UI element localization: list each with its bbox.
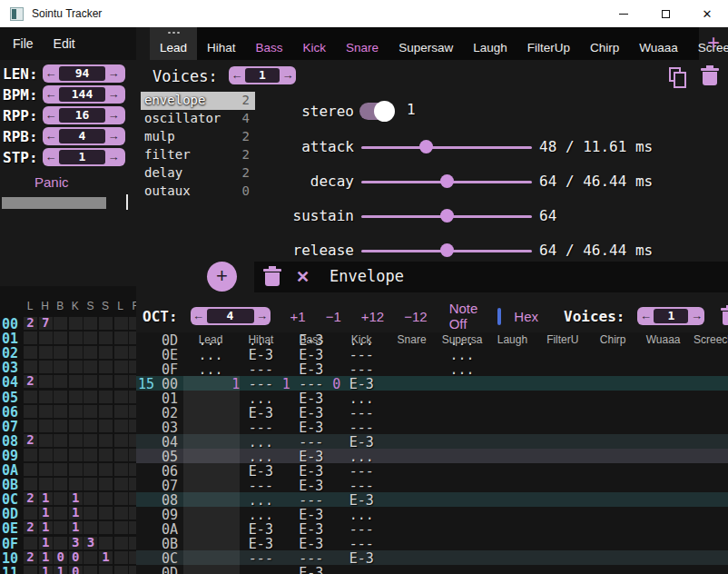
tab-wuaaa[interactable]: Wuaaa [629, 27, 688, 60]
song-param-value[interactable]: 16 [59, 108, 105, 123]
song-param-value[interactable]: 1 [59, 150, 105, 164]
order-cell[interactable] [129, 332, 136, 344]
tab-bass[interactable]: Bass [246, 27, 293, 60]
order-cell[interactable] [129, 537, 136, 549]
order-cell[interactable] [99, 537, 113, 549]
order-cell[interactable] [69, 332, 83, 344]
order-cell[interactable] [69, 449, 83, 461]
order-cell[interactable] [54, 507, 67, 520]
order-cell[interactable] [99, 332, 113, 344]
order-cell[interactable] [39, 463, 53, 476]
order-cell[interactable] [24, 449, 37, 461]
order-cell[interactable] [114, 566, 128, 574]
order-cell[interactable] [54, 521, 67, 534]
order-cell[interactable] [39, 405, 53, 418]
order-cell[interactable] [84, 507, 97, 520]
order-cell[interactable] [114, 317, 128, 330]
order-cell[interactable] [99, 420, 113, 432]
order-cell[interactable] [84, 346, 97, 359]
stepper-decrease-icon[interactable]: ← [43, 64, 59, 83]
stepper-increase-icon[interactable]: → [105, 85, 122, 104]
order-cell[interactable] [114, 551, 128, 564]
stepper-increase-icon[interactable]: → [280, 66, 296, 84]
order-cell[interactable] [84, 420, 97, 432]
menu-edit[interactable]: Edit [54, 36, 75, 51]
order-cell[interactable] [129, 375, 136, 388]
unit-row-mulp[interactable]: mulp2 [141, 128, 255, 146]
order-cell[interactable] [24, 507, 37, 520]
order-cell[interactable] [24, 537, 37, 549]
song-param-value[interactable]: 4 [59, 129, 105, 144]
order-cell[interactable] [84, 332, 97, 344]
order-cell[interactable] [114, 492, 128, 505]
order-cell[interactable] [54, 391, 67, 403]
instrument-voices-value[interactable]: 1 [245, 68, 280, 83]
panic-button[interactable]: Panic [34, 174, 69, 190]
order-cell[interactable] [54, 375, 67, 388]
order-cell[interactable] [129, 478, 136, 490]
order-cell[interactable] [39, 420, 53, 432]
order-cell[interactable] [54, 317, 67, 330]
order-cell[interactable] [39, 478, 53, 490]
order-cell[interactable] [129, 346, 136, 359]
order-cell[interactable] [69, 375, 83, 388]
copy-instrument-icon[interactable] [669, 67, 689, 89]
order-cell[interactable] [114, 332, 128, 344]
order-cell[interactable] [54, 332, 67, 344]
order-cell[interactable] [129, 566, 136, 574]
order-cell[interactable] [39, 332, 53, 344]
tab-hihat[interactable]: Hihat [197, 27, 246, 60]
order-cell[interactable] [54, 361, 67, 373]
order-cell[interactable] [54, 449, 67, 461]
order-cell[interactable] [99, 405, 113, 418]
order-cell[interactable] [24, 420, 37, 432]
order-cell[interactable] [99, 346, 113, 359]
order-cell[interactable] [69, 361, 83, 373]
song-param-value[interactable]: 94 [59, 66, 105, 81]
tab-lead[interactable]: Lead [150, 27, 197, 60]
order-cell[interactable] [99, 463, 113, 476]
order-cell[interactable] [54, 420, 67, 432]
sustain-slider-knob[interactable] [440, 209, 454, 223]
order-cell[interactable] [99, 449, 113, 461]
order-cell[interactable] [54, 478, 67, 490]
order-cell[interactable] [24, 361, 37, 373]
unit-row-envelope[interactable]: envelope2 [141, 92, 255, 110]
order-cell[interactable] [99, 375, 113, 388]
order-cell[interactable] [114, 449, 128, 461]
tab-laugh[interactable]: Laugh [463, 27, 517, 60]
order-cell[interactable] [129, 317, 136, 330]
order-cell[interactable] [69, 420, 83, 432]
transpose-button-plus12[interactable]: +12 [361, 309, 384, 324]
hex-checkbox[interactable] [497, 308, 501, 325]
order-cell[interactable] [39, 449, 53, 461]
stepper-increase-icon[interactable]: → [105, 127, 122, 145]
order-cell[interactable] [54, 434, 67, 447]
order-cell[interactable] [84, 375, 97, 388]
order-cell[interactable] [54, 463, 67, 476]
order-cell[interactable] [24, 405, 37, 418]
order-cell[interactable] [114, 391, 128, 403]
delete-instrument-icon[interactable] [703, 67, 717, 85]
order-cell[interactable] [24, 463, 37, 476]
order-cell[interactable] [129, 551, 136, 564]
unit-row-outaux[interactable]: outaux0 [141, 183, 255, 201]
transpose-button-plus1[interactable]: +1 [290, 309, 306, 324]
order-cell[interactable] [54, 492, 67, 505]
order-cell[interactable] [114, 537, 128, 549]
order-cell[interactable] [99, 521, 113, 534]
order-cell[interactable] [84, 434, 97, 447]
order-cell[interactable] [69, 478, 83, 490]
order-cell[interactable] [114, 507, 128, 520]
order-cell[interactable] [84, 405, 97, 418]
song-progress-bar[interactable] [2, 197, 106, 209]
order-cell[interactable] [69, 391, 83, 403]
tab-supersaw[interactable]: Supersaw [389, 27, 463, 60]
add-instrument-button[interactable]: + [703, 33, 724, 54]
order-cell[interactable] [39, 434, 53, 447]
order-cell[interactable] [129, 449, 136, 461]
order-cell[interactable] [69, 463, 83, 476]
order-cell[interactable] [99, 492, 113, 505]
order-cell[interactable] [129, 391, 136, 403]
order-cell[interactable] [84, 391, 97, 403]
